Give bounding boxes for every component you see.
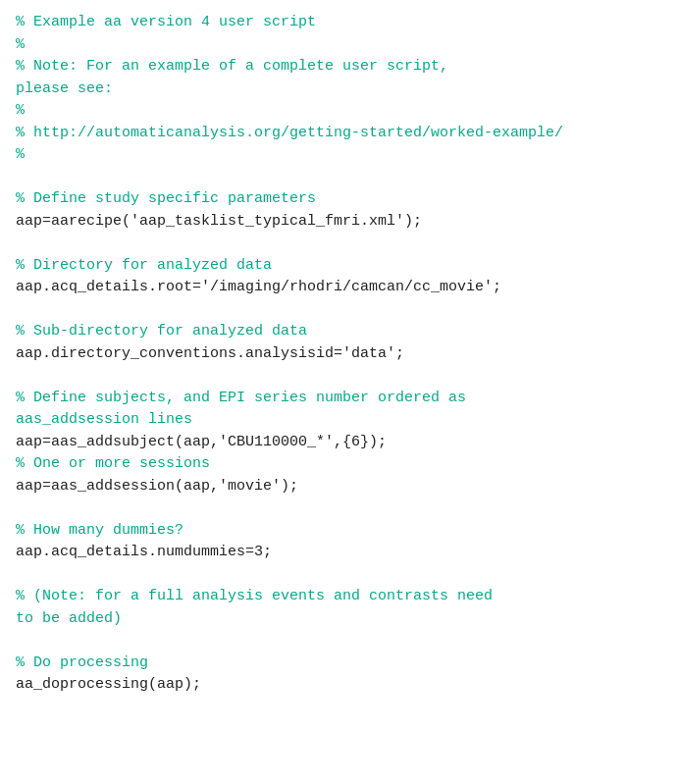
code-container: % Example aa version 4 user script % % N…: [16, 12, 662, 697]
comment-line: % Do processing: [16, 654, 148, 671]
comment-line: %: [16, 146, 25, 163]
comment-line: % Define subjects, and EPI series number…: [16, 390, 466, 406]
comment-line: % Directory for analyzed data: [16, 257, 272, 274]
comment-line: % http://automaticanalysis.org/getting-s…: [16, 125, 563, 141]
comment-line: aas_addsession lines: [16, 411, 192, 428]
code-line: aa_doprocessing(aap);: [16, 676, 201, 693]
comment-line: % Note: For an example of a complete use…: [16, 58, 448, 75]
code-line: aap=aas_addsession(aap,'movie');: [16, 478, 298, 495]
comment-line: % (Note: for a full analysis events and …: [16, 588, 493, 604]
comment-line: % Sub-directory for analyzed data: [16, 323, 307, 340]
comment-line: % One or more sessions: [16, 455, 210, 472]
comment-line: % Define study specific parameters: [16, 190, 316, 207]
code-line: aap.acq_details.numdummies=3;: [16, 544, 272, 560]
comment-line: %: [16, 36, 25, 53]
code-line: aap.directory_conventions.analysisid='da…: [16, 345, 404, 362]
code-line: aap=aas_addsubject(aap,'CBU110000_*',{6}…: [16, 434, 387, 450]
comment-line: %: [16, 102, 25, 119]
comment-line: to be added): [16, 610, 122, 627]
comment-line: % Example aa version 4 user script: [16, 14, 316, 30]
comment-line: % How many dummies?: [16, 522, 183, 539]
code-line: aap.acq_details.root='/imaging/rhodri/ca…: [16, 279, 501, 295]
code-line: aap=aarecipe('aap_tasklist_typical_fmri.…: [16, 213, 422, 230]
comment-line: please see:: [16, 80, 113, 97]
